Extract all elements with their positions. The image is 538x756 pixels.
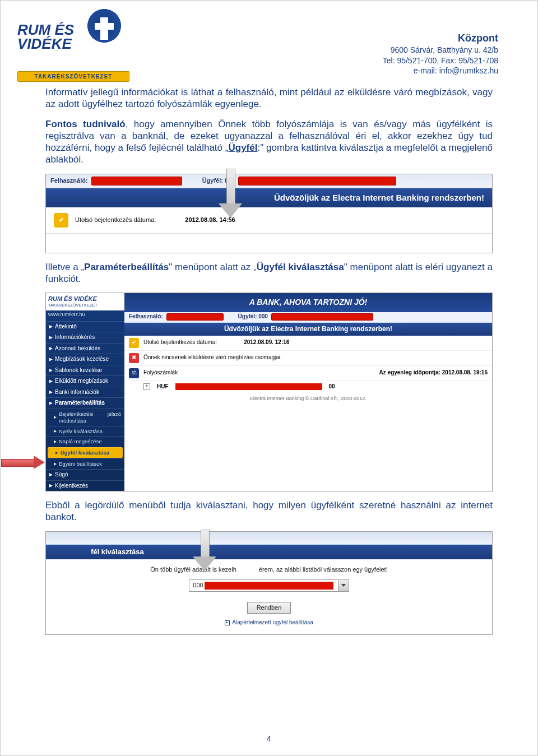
paragraph-4: Ebből a legördülő menüből tudja kiválasz… (45, 499, 493, 523)
sidebar-item-parameter[interactable]: Paraméterbeállítás (46, 397, 124, 409)
menu-label: Nyelv kiválasztása (59, 428, 103, 435)
body-text: Informatív jellegű információkat is láth… (1, 82, 537, 635)
sidebar: RUM ÉS VIDÉKE TAKARÉKSZÖVETKEZET www.rum… (46, 293, 124, 491)
chevron-right-icon (49, 484, 53, 488)
sidebar-item-azonnali[interactable]: Azonnali beküldés (46, 343, 124, 354)
client-redacted (238, 177, 396, 185)
menu-label: Sablonok kezelése (55, 367, 102, 374)
chevron-right-icon (49, 325, 53, 328)
instr-b: érem, az alábbi listából válasszon egy ü… (259, 566, 388, 573)
sidebar-item-banki[interactable]: Banki információk (46, 387, 124, 398)
menu-label: Súgó (55, 471, 68, 479)
select-value: 000 (189, 582, 337, 590)
balance-timestamp: Az egyenleg időpontja: 2012.08.08. 19:15 (379, 369, 488, 377)
sidebar-item-sablonok[interactable]: Sablonok kezelése (46, 365, 124, 376)
sidebar-sub-egyeni[interactable]: Egyéni beállítások (46, 458, 124, 469)
sidebar-item-attekinto[interactable]: Áttekintő (46, 321, 124, 332)
menu-label: Egyéni beállítások (59, 461, 102, 467)
logo-line2: VIDÉKE (17, 35, 72, 52)
client-select[interactable]: 000 (189, 579, 349, 592)
last-login-value: 2012.08.09. 12:16 (244, 339, 289, 346)
select-prefix: 000 (193, 582, 203, 590)
chevron-right-icon (54, 440, 57, 443)
contact-phone: Tel: 95/521-700, Fax: 95/521-708 (383, 55, 498, 66)
pointer-arrow-icon (219, 169, 241, 219)
accounts-label: Folyószámlák (143, 369, 178, 377)
contact-title: Központ (383, 32, 498, 45)
chevron-right-icon (54, 430, 57, 433)
chevron-right-icon (49, 369, 53, 372)
chevron-right-icon (49, 473, 53, 476)
menu-label: Banki információk (55, 389, 99, 396)
no-pending-row: ✖ Önnek nincsenek elküldésre váró megbíz… (124, 351, 492, 366)
menu-label: Megbízások kezelése (55, 356, 109, 363)
sidebar-sub-ugyfel-kivalasztasa[interactable]: Ügyfél kiválasztása (48, 447, 123, 458)
welcome-banner: Üdvözöljük az Electra Internet Banking r… (124, 323, 492, 336)
chevron-right-icon (49, 391, 53, 394)
last-login-label: Utolsó bejelentkezés dátuma: (75, 216, 156, 224)
chevron-right-icon (54, 463, 57, 466)
balance-tail: 00 (329, 383, 335, 391)
pointer-arrow-icon (193, 530, 215, 580)
menu-label: Napló megnézése (59, 438, 102, 445)
logo-text: RUM ÉS VIDÉKE (17, 23, 74, 50)
sidebar-sub-nyelv[interactable]: Nyelv kiválasztása (46, 426, 124, 437)
alert-icon: ✖ (129, 353, 139, 363)
link-bullet-icon (225, 620, 230, 625)
sidebar-sub-jelszo[interactable]: Bejelentkezési jelszó módosítása (46, 409, 124, 426)
ok-button[interactable]: Rendben (247, 602, 291, 614)
welcome-banner: Üdvözöljük az Electra Internet Banking r… (46, 188, 492, 208)
chevron-down-icon[interactable] (338, 580, 349, 591)
menu-label: Kijelentkezés (55, 483, 88, 490)
scales-icon: ⚖ (129, 368, 139, 378)
main-pane: A BANK, AHOVA TARTOZNI JÓ! Felhasználó: … (124, 293, 492, 491)
dialog-title: fél kiválasztása (46, 545, 492, 559)
user-bar: Felhasználó: Ügyfél: 000 (46, 174, 492, 188)
letterhead: RUM ÉS VIDÉKE TAKARÉKSZÖVETKEZET Központ… (1, 1, 537, 82)
no-pending-text: Önnek nincsenek elküldésre váró megbízás… (143, 354, 282, 361)
user-redacted (91, 177, 182, 185)
sidebar-item-elkuldott[interactable]: Elküldött megbízások (46, 375, 124, 387)
currency-label: HUF (157, 383, 169, 391)
slogan-bar: A BANK, AHOVA TARTOZNI JÓ! (124, 293, 492, 312)
clock-icon: ✔ (54, 213, 68, 228)
clock-icon: ✔ (129, 338, 139, 348)
top-fade (46, 532, 492, 545)
dialog-instruction: Ön több ügyfél adatait is kezelhérem, az… (80, 566, 458, 574)
link-text: Alapértelmezett ügyfél beállítása (232, 619, 313, 627)
p3c: " menüpont alatt az „ (169, 262, 256, 272)
contact-email: e-mail: info@rumtksz.hu (383, 66, 498, 76)
client-redacted (271, 313, 373, 321)
logo-cross-icon (85, 6, 124, 45)
sidebar-logo-sub: TAKARÉKSZÖVETKEZET (48, 303, 122, 308)
red-arrow-icon (1, 456, 45, 469)
logo-block: RUM ÉS VIDÉKE TAKARÉKSZÖVETKEZET (17, 6, 129, 82)
sidebar-logo: RUM ÉS VIDÉKE TAKARÉKSZÖVETKEZET (46, 293, 124, 310)
logo-banner: TAKARÉKSZÖVETKEZET (17, 71, 129, 82)
menu-label: Áttekintő (55, 323, 77, 331)
user-label: Felhasználó: (129, 313, 163, 321)
last-login-row: ✔ Utolsó bejelentkezés dátuma: 2012.08.0… (124, 336, 492, 351)
client-label[interactable]: Ügyfél: 000 (238, 313, 268, 321)
menu-label: Azonnali beküldés (55, 345, 100, 353)
chevron-right-icon (54, 416, 57, 419)
sidebar-sub-naplo[interactable]: Napló megnézése (46, 436, 124, 447)
sidebar-item-megbizasok[interactable]: Megbízások kezelése (46, 354, 124, 365)
paragraph-3: Illetve a „Paraméterbeállítás" menüpont … (45, 261, 493, 285)
copyright-footer: Electra Internet Banking © Cardinal Kft.… (124, 392, 492, 405)
sidebar-item-kijelentkezes[interactable]: Kijelentkezés (46, 480, 124, 491)
sidebar-item-informaciokeres[interactable]: Információkérés (46, 332, 124, 343)
screenshot-1: Felhasználó: Ügyfél: 000 Üdvözöljük az E… (45, 174, 493, 253)
expand-icon[interactable]: + (143, 383, 150, 390)
set-default-link[interactable]: Alapértelmezett ügyfél beállítása (225, 619, 313, 627)
contact-address: 9600 Sárvár, Batthyány u. 42/b (383, 45, 498, 55)
screenshot-3: fél kiválasztása Ön több ügyfél adatait … (45, 531, 493, 635)
para2-lead: Fontos tudnivaló (45, 119, 126, 129)
sidebar-item-sugo[interactable]: Súgó (46, 469, 124, 480)
sidebar-url: www.rumtksz.hu (46, 310, 124, 321)
paragraph-1: Informatív jellegű információkat is láth… (45, 86, 493, 110)
document-page: RUM ÉS VIDÉKE TAKARÉKSZÖVETKEZET Központ… (0, 0, 538, 756)
chevron-right-icon (49, 336, 53, 340)
select-redacted (205, 582, 333, 590)
page-number: 4 (1, 734, 537, 743)
